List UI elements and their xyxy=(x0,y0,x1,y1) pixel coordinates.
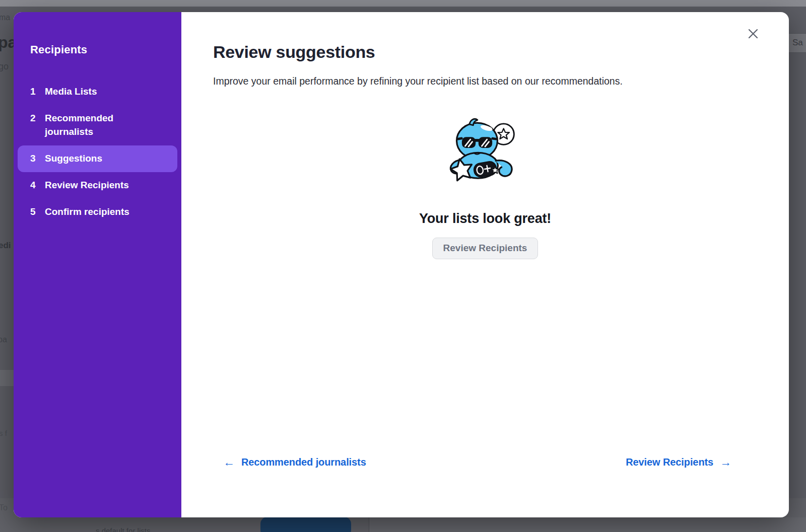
step-suggestions[interactable]: 3 Suggestions xyxy=(18,145,177,172)
step-number: 3 xyxy=(30,152,38,166)
step-confirm-recipients[interactable]: 5 Confirm recipients xyxy=(18,199,177,225)
background-text-fragment: s f xyxy=(0,429,7,437)
background-right-panel xyxy=(369,517,806,532)
background-text-fragment: ma xyxy=(0,13,10,22)
background-text-fragment: go xyxy=(0,61,9,72)
octopus-mascot-illustration xyxy=(445,116,525,189)
background-save-button: Sa xyxy=(789,33,806,53)
next-link-label: Review Recipients xyxy=(626,457,713,468)
recipients-wizard-modal: Recipients 1 Media Lists 2 Recommended j… xyxy=(14,12,789,517)
background-row-band xyxy=(0,370,14,386)
wizard-sidebar: Recipients 1 Media Lists 2 Recommended j… xyxy=(14,12,181,517)
background-top-bar xyxy=(0,0,806,7)
step-number: 1 xyxy=(30,85,38,99)
close-icon xyxy=(747,28,759,40)
background-text-fragment: To xyxy=(0,503,8,512)
background-save-label: Sa xyxy=(792,38,803,47)
review-recipients-button[interactable]: Review Recipients xyxy=(432,238,539,259)
background-text-fragment: edi xyxy=(0,241,11,251)
wizard-content: Review suggestions Improve your email pe… xyxy=(181,12,789,517)
sidebar-title: Recipients xyxy=(30,43,177,56)
arrow-left-icon: ← xyxy=(223,457,235,468)
page-subtitle: Improve your email performance by refini… xyxy=(213,75,757,87)
screen: { "colors": { "sidebar_purple": "#5c21b8… xyxy=(0,0,806,532)
back-link-label: Recommended journalists xyxy=(241,457,366,468)
step-number: 4 xyxy=(30,179,38,192)
page-title: Review suggestions xyxy=(213,42,757,62)
background-primary-button xyxy=(260,517,351,532)
step-label: Recommended journalists xyxy=(45,112,158,139)
background-text-fragment: s default for lists xyxy=(96,526,150,532)
step-number: 2 xyxy=(30,112,38,125)
arrow-right-icon: → xyxy=(720,457,731,468)
empty-state-heading: Your lists look great! xyxy=(213,211,757,226)
step-number: 5 xyxy=(30,205,38,219)
step-recommended-journalists[interactable]: 2 Recommended journalists xyxy=(18,105,177,145)
background-text-fragment: pa xyxy=(0,335,7,344)
back-link-recommended-journalists[interactable]: ← Recommended journalists xyxy=(223,457,366,468)
next-link-review-recipients[interactable]: Review Recipients → xyxy=(626,457,731,468)
step-label: Review Recipients xyxy=(45,179,129,192)
empty-state: Your lists look great! Review Recipients xyxy=(213,116,757,259)
step-media-lists[interactable]: 1 Media Lists xyxy=(18,79,177,105)
wizard-footer: ← Recommended journalists Review Recipie… xyxy=(223,457,731,468)
step-review-recipients[interactable]: 4 Review Recipients xyxy=(18,172,177,199)
step-label: Media Lists xyxy=(45,85,97,99)
close-button[interactable] xyxy=(745,25,762,42)
step-label: Suggestions xyxy=(45,152,102,166)
step-label: Confirm recipients xyxy=(45,205,129,219)
